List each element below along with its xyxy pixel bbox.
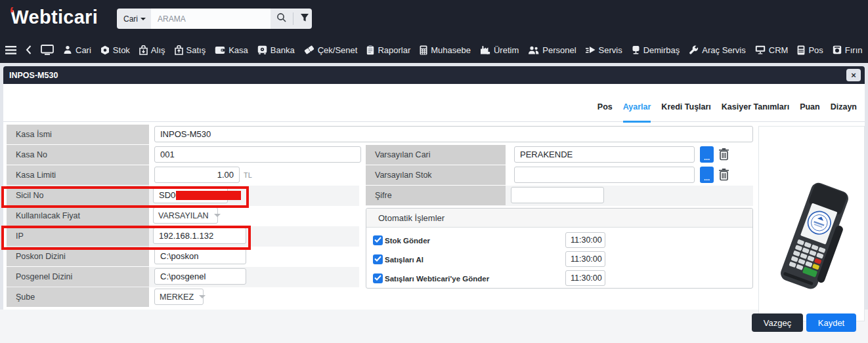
chevron-down-icon	[199, 295, 206, 298]
annotation-box-ip	[1, 226, 251, 250]
menu-item-firin[interactable]: Fırın	[833, 45, 863, 55]
poskon-input[interactable]: C:\poskon	[154, 248, 246, 264]
field-label: Kasa No	[7, 145, 149, 165]
field-label: Varsayılan Stok	[366, 165, 506, 185]
app-logo[interactable]: ‘Webticari	[9, 7, 98, 28]
menu-item-kasa[interactable]: Kasa	[215, 45, 248, 55]
search-category-dropdown[interactable]: Cari	[117, 14, 151, 24]
tab-kasiyer-tanimlari[interactable]: Kasiyer Tanımları	[722, 102, 789, 123]
tab-dizayn[interactable]: Dizayn	[831, 102, 857, 123]
annotation-box-sicil	[1, 186, 249, 208]
satislari-gonder-time-input[interactable]: 11:30:00	[565, 270, 605, 286]
pos-device-icon	[797, 45, 805, 55]
speed-arrow-icon	[586, 46, 596, 54]
menu-item-servis[interactable]: Servis	[586, 45, 622, 55]
calculator-icon	[420, 45, 427, 55]
pos-device-image	[758, 126, 865, 321]
main-menu: Cari Stok Alış Satış Kasa Banka Çek/Sene…	[5, 39, 867, 60]
checkbox-label: Satışları Al	[385, 256, 423, 264]
oven-icon	[833, 45, 842, 54]
stok-gonder-time-input[interactable]: 11:30:00	[565, 232, 605, 248]
dialog-title: INPOS-M530	[3, 71, 58, 80]
menu-item-alis[interactable]: Alış	[139, 45, 165, 55]
field-label: Posgenel Dizini	[7, 267, 149, 287]
wallet-icon	[215, 46, 225, 54]
field-label: Kasa Limiti	[7, 165, 149, 185]
section-title: Otomatik İşlemler	[366, 209, 752, 228]
dialog-footer	[0, 310, 868, 343]
field-label: Kasa İsmi	[7, 125, 149, 144]
back-chevron-icon[interactable]	[26, 45, 32, 54]
bag-down-icon	[139, 45, 148, 55]
safe-icon	[257, 45, 267, 54]
menu-item-arac-servis[interactable]: Araç Servis	[689, 45, 745, 55]
save-button[interactable]: Kaydet	[806, 313, 856, 332]
sifre-input[interactable]	[511, 187, 604, 203]
filter-icon[interactable]	[293, 13, 316, 25]
tab-pos[interactable]: Pos	[597, 102, 613, 123]
tab-puan[interactable]: Puan	[800, 102, 820, 123]
field-label: Şifre	[366, 186, 506, 205]
menu-item-satis[interactable]: Satış	[175, 45, 206, 55]
search-icon[interactable]	[271, 12, 293, 26]
kasa-no-input[interactable]: 001	[154, 146, 361, 163]
menu-item-demirbas[interactable]: Demirbaş	[632, 45, 680, 55]
satislari-al-time-input[interactable]: 11:30:00	[565, 251, 605, 267]
chevron-down-icon	[214, 214, 221, 217]
menu-item-banka[interactable]: Banka	[257, 45, 295, 55]
menu-item-cek-senet[interactable]: Çek/Senet	[304, 45, 358, 55]
menu-item-uretim[interactable]: Üretim	[480, 45, 519, 55]
box-icon	[100, 45, 110, 55]
clipboard-icon	[366, 45, 374, 55]
chair-icon	[632, 45, 640, 54]
wrench-icon	[689, 45, 699, 55]
varsayilan-cari-input[interactable]: PERAKENDE	[514, 146, 695, 163]
field-label: Varsayılan Cari	[366, 145, 506, 165]
person-icon	[63, 45, 72, 54]
presentation-icon	[755, 45, 766, 54]
search-bar: Cari ARAMA	[117, 9, 312, 29]
menu-item-muhasebe[interactable]: Muhasebe	[420, 45, 471, 55]
varsayilan-stok-browse-button[interactable]: ...	[700, 167, 714, 183]
bag-up-icon	[175, 45, 183, 55]
cancel-button[interactable]: Vazgeç	[752, 313, 803, 332]
posgenel-input[interactable]: C:\posgenel	[154, 268, 246, 285]
field-label: Kullanılacak Fiyat	[7, 206, 149, 226]
menu-item-pos[interactable]: Pos	[797, 45, 823, 55]
kasa-limiti-input[interactable]: 1.00	[154, 167, 240, 183]
menu-item-raporlar[interactable]: Raporlar	[366, 45, 410, 55]
trash-icon[interactable]	[718, 148, 729, 163]
menu-item-crm[interactable]: CRM	[755, 45, 789, 55]
varsayilan-cari-browse-button[interactable]: ...	[700, 146, 714, 163]
chevron-down-icon	[141, 18, 146, 20]
satislari-gonder-checkbox[interactable]	[373, 273, 383, 283]
ticket-icon	[304, 45, 315, 54]
sube-select[interactable]: MERKEZ	[154, 289, 204, 305]
tab-bar: Pos Ayarlar Kredi Tuşları Kasiyer Tanıml…	[597, 102, 857, 123]
varsayilan-stok-input[interactable]	[514, 167, 695, 183]
stok-gonder-checkbox[interactable]	[373, 235, 383, 245]
hamburger-menu-icon[interactable]	[5, 46, 16, 54]
currency-unit: TL	[244, 171, 252, 179]
close-button[interactable]: ×	[846, 69, 861, 81]
menu-item-cari[interactable]: Cari	[63, 45, 91, 55]
field-label: Şube	[7, 287, 149, 307]
menu-item-stok[interactable]: Stok	[100, 45, 130, 55]
tab-kredi-tuslari[interactable]: Kredi Tuşları	[661, 102, 710, 123]
trash-icon[interactable]	[718, 168, 729, 184]
satislari-al-checkbox[interactable]	[373, 254, 383, 264]
people-icon	[528, 46, 539, 54]
display-icon[interactable]	[41, 45, 54, 55]
kullanilacak-fiyat-select[interactable]: VARSAYILAN	[153, 207, 218, 224]
factory-icon	[480, 45, 490, 54]
logo-tick-icon: ‘	[9, 3, 14, 25]
menu-item-personel[interactable]: Personel	[528, 45, 576, 55]
checkbox-label: Satışları Webticari'ye Gönder	[385, 275, 489, 283]
checkbox-label: Stok Gönder	[385, 237, 430, 245]
search-input[interactable]: ARAMA	[151, 9, 271, 29]
kasa-ismi-input[interactable]: INPOS-M530	[154, 126, 753, 142]
dialog-titlebar: INPOS-M530 ×	[3, 66, 865, 84]
tab-ayarlar[interactable]: Ayarlar	[623, 102, 651, 123]
